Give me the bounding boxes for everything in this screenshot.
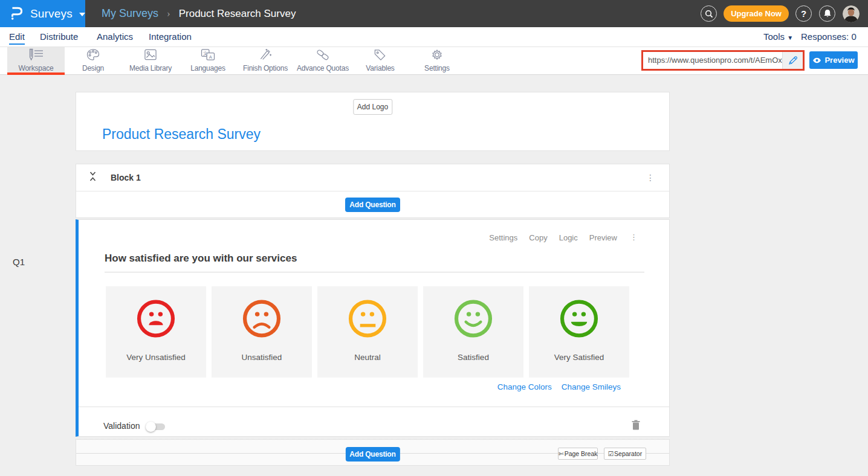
svg-text:文: 文 (203, 51, 208, 56)
